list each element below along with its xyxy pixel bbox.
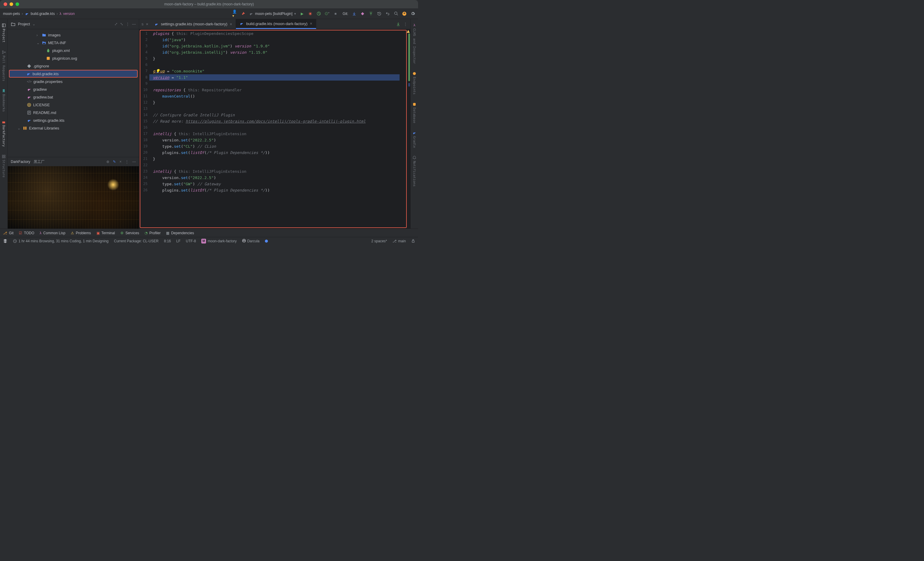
tree-file-pluginxml[interactable]: plugin.xml [8, 46, 139, 54]
close-icon[interactable]: × [230, 22, 232, 27]
profile-button[interactable]: ▾ [325, 11, 329, 16]
breadcrumb[interactable]: moon-pets › build.gradle.kts › λ version [3, 12, 75, 16]
lambda-icon: λ [59, 12, 61, 16]
tree-file-gradlewbat[interactable]: gradlew.bat [8, 93, 139, 101]
minimize-window-button[interactable] [9, 2, 13, 6]
tree-file-gitignore[interactable]: .gitignore [8, 62, 139, 70]
collapse-icon[interactable]: ⤡ [120, 22, 123, 26]
maximize-window-button[interactable] [15, 2, 19, 6]
git-tool-button[interactable]: ⎇Git [3, 231, 14, 235]
svg-rect-6 [2, 24, 3, 27]
terminal-tool-button[interactable]: ▣Terminal [96, 231, 115, 235]
theme-indicator[interactable]: ⓜDarcula [242, 238, 260, 244]
git-update-icon[interactable] [352, 12, 357, 16]
tree-file-readme[interactable]: README.md [8, 109, 139, 117]
lisp-tool-button[interactable]: λCommon Lisp [40, 231, 65, 235]
tab-build-gradle[interactable]: build.gradle.kts (moon-dark-factory) × [236, 19, 316, 29]
run-configuration-selector[interactable]: moon-pets [buildPlugin] ▾ [249, 12, 296, 16]
warning-marker-icon[interactable] [407, 30, 410, 33]
history-icon[interactable] [377, 12, 382, 16]
bookmarks-tool-button[interactable]: Bookmarks [2, 87, 6, 114]
darkfactory-tool-button[interactable]: DarkFactory [2, 118, 6, 149]
gradle-tool-button[interactable]: Gradle [412, 129, 416, 150]
close-icon[interactable]: × [310, 21, 312, 26]
todo-tool-button[interactable]: ☑TODO [19, 231, 34, 235]
tree-file-license[interactable]: LICENSE [8, 101, 139, 109]
code-editor[interactable]: plugins { this: PluginDependenciesSpecSc… [149, 29, 407, 229]
project-tool-button[interactable]: Project [2, 21, 6, 44]
add-icon[interactable]: ⊕ [106, 160, 109, 164]
git-commit-icon[interactable] [360, 12, 365, 16]
layers-icon[interactable] [3, 239, 8, 243]
project-tree[interactable]: ›images ⌄META-INF plugin.xml pluginIcon.… [8, 29, 139, 157]
editor-scroll-strip[interactable] [407, 29, 410, 229]
more-icon[interactable]: ⋮ [125, 160, 129, 164]
tree-file-buildgradle[interactable]: build.gradle.kts [9, 70, 138, 78]
hide-icon[interactable]: — [132, 22, 136, 26]
titlebar: moon-dark-factory – build.gradle.kts (mo… [0, 0, 418, 8]
darkfactory-title: DarkFactory [11, 160, 30, 164]
close-icon[interactable]: × [146, 22, 148, 27]
current-package[interactable]: Current Package: CL-USER [114, 239, 158, 243]
svg-rect-22 [412, 241, 414, 242]
close-window-button[interactable] [4, 2, 7, 6]
chevron-down-icon[interactable]: ⌄ [32, 22, 36, 26]
download-icon[interactable] [396, 22, 400, 26]
endpoints-tool-button[interactable]: Endpoints [412, 70, 416, 96]
pull-requests-tool-button[interactable]: Pull Requests [2, 48, 6, 83]
tree-folder-images[interactable]: ›images [8, 31, 139, 39]
more-icon[interactable]: ⋮ [404, 22, 407, 26]
notifications-tool-button[interactable]: Notifications [412, 154, 416, 188]
user-icon[interactable]: 👤▾ [232, 9, 237, 18]
top-toolbar: moon-pets › build.gradle.kts › λ version… [0, 8, 418, 19]
cursor-position[interactable]: 8:16 [164, 239, 171, 243]
clhs-tool-button[interactable]: λ CLHS and Inspector [412, 21, 416, 66]
tree-folder-metainf[interactable]: ⌄META-INF [8, 39, 139, 46]
folder-icon [11, 22, 15, 27]
profiler-tool-button[interactable]: ◔Profiler [144, 231, 160, 235]
tree-external-libraries[interactable]: ⌄External Libraries [8, 124, 139, 132]
rollback-icon[interactable] [385, 12, 390, 16]
tab-partial[interactable]: s× [139, 19, 151, 29]
tree-file-settingsgradle[interactable]: settings.gradle.kts [8, 117, 139, 124]
more-icon[interactable]: ⋮ [126, 22, 130, 26]
tree-file-gradlew[interactable]: gradlew [8, 85, 139, 93]
status-dot[interactable] [265, 239, 268, 242]
project-panel-title[interactable]: Project [18, 22, 30, 26]
line-separator[interactable]: LF [176, 239, 180, 243]
edit-icon[interactable]: ✎ [113, 160, 116, 164]
close-icon[interactable]: × [120, 160, 122, 164]
tree-file-gradleprops[interactable]: </>gradle.properties [8, 78, 139, 85]
wakatime-status[interactable]: 1 hr 44 mins Browsing, 31 mins Coding, 1… [13, 239, 108, 243]
hide-icon[interactable]: — [132, 160, 136, 164]
stop-button[interactable]: ■ [333, 12, 338, 16]
run-button[interactable]: ▶ [300, 12, 304, 16]
svg-rect-5 [2, 24, 5, 27]
module-indicator[interactable]: Mmoon-dark-factory [201, 239, 237, 244]
hammer-build-icon[interactable] [241, 11, 246, 16]
settings-gear-icon[interactable] [410, 11, 415, 16]
breadcrumb-file[interactable]: build.gradle.kts [31, 12, 55, 16]
lock-icon[interactable] [411, 239, 415, 243]
dependencies-tool-button[interactable]: ▦Dependencies [166, 231, 194, 235]
git-branch[interactable]: ⎇main [392, 239, 406, 243]
services-tool-button[interactable]: ⚙Services [120, 231, 139, 235]
problems-tool-button[interactable]: ⚠Problems [71, 231, 91, 235]
svg-rect-12 [2, 157, 4, 158]
indent-indicator[interactable]: 2 spaces* [371, 239, 387, 243]
darkfactory-title-cn: 黑工厂 [34, 159, 45, 165]
tab-settings-gradle[interactable]: settings.gradle.kts (moon-dark-factory) … [151, 19, 236, 29]
ide-update-icon[interactable] [402, 11, 407, 16]
database-tool-button[interactable]: Database [412, 100, 416, 125]
breadcrumb-root[interactable]: moon-pets [3, 12, 20, 16]
structure-tool-button[interactable]: Structure [2, 153, 6, 180]
expand-icon[interactable]: ⤢ [114, 22, 118, 26]
file-encoding[interactable]: UTF-8 [186, 239, 196, 243]
svg-point-9 [4, 52, 5, 53]
debug-button[interactable] [308, 12, 313, 16]
coverage-button[interactable] [316, 11, 321, 16]
search-icon[interactable] [394, 11, 398, 16]
breadcrumb-symbol[interactable]: version [63, 12, 75, 16]
git-push-icon[interactable] [369, 12, 373, 16]
tree-file-pluginicon[interactable]: pluginIcon.svg [8, 54, 139, 62]
